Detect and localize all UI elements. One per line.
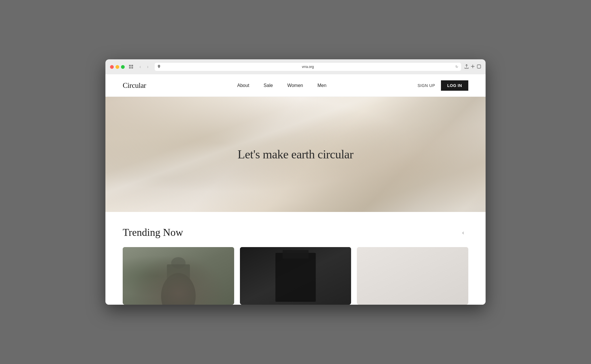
trending-prev-button[interactable]: ‹ xyxy=(458,227,468,238)
product-card[interactable] xyxy=(357,247,468,305)
url-display: vrra.org xyxy=(162,65,454,69)
trending-title: Trending Now xyxy=(123,226,183,238)
hero-section: Let's make earth circular xyxy=(105,97,486,212)
hero-tagline: Let's make earth circular xyxy=(238,147,353,161)
svg-rect-0 xyxy=(129,65,131,67)
share-icon[interactable] xyxy=(465,64,469,70)
signup-button[interactable]: SIGN UP xyxy=(418,83,435,88)
nav-links: About Sale Women Men xyxy=(237,83,327,88)
website-content: Circular About Sale Women Men SIGN UP LO… xyxy=(105,74,486,305)
tab-bar xyxy=(110,73,481,74)
trending-header: Trending Now ‹ xyxy=(123,226,468,238)
product-card[interactable] xyxy=(240,247,351,305)
svg-rect-2 xyxy=(129,67,131,69)
security-icon xyxy=(158,65,160,69)
svg-point-6 xyxy=(161,273,196,305)
svg-rect-12 xyxy=(357,247,468,305)
svg-rect-4 xyxy=(477,65,481,68)
browser-nav: ‹ › xyxy=(137,63,151,70)
browser-chrome: ‹ › vrra.org ↻ xyxy=(105,59,486,74)
address-bar[interactable]: vrra.org ↻ xyxy=(155,63,461,71)
traffic-light-minimize[interactable] xyxy=(115,65,119,69)
product-grid xyxy=(123,247,468,305)
svg-rect-7 xyxy=(167,264,190,299)
nav-link-about[interactable]: About xyxy=(237,83,249,88)
login-button[interactable]: LOG IN xyxy=(441,80,468,91)
svg-rect-5 xyxy=(123,247,234,305)
svg-rect-10 xyxy=(275,253,316,302)
tab-switcher-icon[interactable] xyxy=(128,64,135,70)
traffic-light-maximize[interactable] xyxy=(121,65,125,69)
browser-controls: ‹ › xyxy=(128,63,151,70)
refresh-button[interactable]: ↻ xyxy=(455,65,458,69)
nav-link-sale[interactable]: Sale xyxy=(264,83,273,88)
browser-window: ‹ › vrra.org ↻ xyxy=(105,59,486,305)
svg-rect-3 xyxy=(131,67,133,69)
tabs-overview-icon[interactable] xyxy=(477,65,481,69)
site-logo[interactable]: Circular xyxy=(123,81,146,90)
browser-actions xyxy=(465,64,481,70)
nav-auth: SIGN UP LOG IN xyxy=(418,80,468,91)
back-button[interactable]: ‹ xyxy=(137,63,144,70)
trending-navigation: ‹ xyxy=(458,227,468,238)
trending-section: Trending Now ‹ xyxy=(105,212,486,305)
forward-button[interactable]: › xyxy=(144,63,151,70)
product-card[interactable] xyxy=(123,247,234,305)
nav-link-women[interactable]: Women xyxy=(287,83,303,88)
browser-top-bar: ‹ › vrra.org ↻ xyxy=(110,63,481,71)
traffic-lights xyxy=(110,65,125,69)
svg-rect-11 xyxy=(283,250,308,259)
site-navigation: Circular About Sale Women Men SIGN UP LO… xyxy=(105,74,486,97)
traffic-light-close[interactable] xyxy=(110,65,114,69)
new-tab-icon[interactable] xyxy=(471,65,475,69)
nav-link-men[interactable]: Men xyxy=(317,83,326,88)
svg-rect-1 xyxy=(131,65,133,67)
svg-point-8 xyxy=(171,257,185,269)
